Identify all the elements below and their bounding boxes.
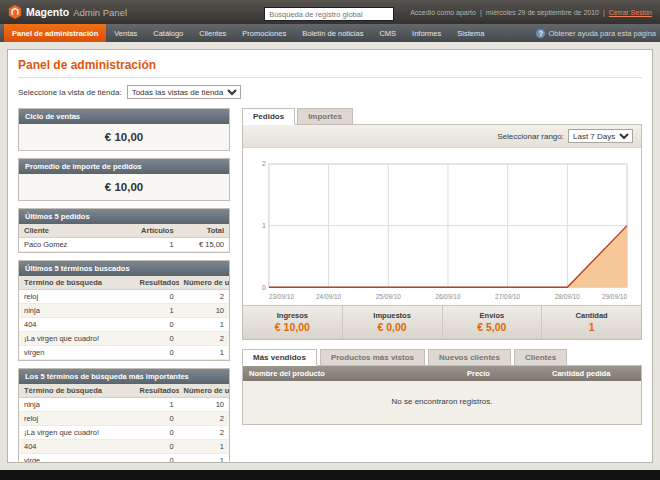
magento-logo: Magento Admin Panel <box>8 5 127 19</box>
y-axis-label: 0 <box>262 284 266 291</box>
tab-new-customers[interactable]: Nuevos clientes <box>428 349 511 366</box>
nav-item-dashboard[interactable]: Panel de administración <box>4 24 106 42</box>
table-header-row: ClienteArtículosTotal <box>19 224 229 238</box>
col-product-name: Nombre del producto <box>243 366 461 381</box>
store-view-label: Seleccione la vista de tienda: <box>18 88 122 97</box>
column-header: Total <box>179 224 229 238</box>
tab-orders[interactable]: Pedidos <box>242 108 295 125</box>
table-cell: 404 <box>19 440 135 454</box>
nav-item-newsletter[interactable]: Boletín de noticias <box>294 24 371 42</box>
table-row[interactable]: 40401 <box>19 440 229 454</box>
nav-item-system[interactable]: Sistema <box>449 24 492 42</box>
page-help-label: Obtener ayuda para esta página <box>548 29 656 38</box>
average-orders-panel: Promedio de importe de pedidos € 10,00 <box>18 158 230 201</box>
table-row[interactable]: ¡La virgen que cuadro!02 <box>19 332 229 346</box>
table-cell: 2 <box>179 412 229 426</box>
tab-customers[interactable]: Clientes <box>514 349 567 366</box>
table-cell: ¡La virgen que cuadro! <box>19 426 135 440</box>
logo-text: Magento <box>26 6 69 18</box>
table-row[interactable]: reloj02 <box>19 290 229 304</box>
magento-admin-page: Magento Admin Panel Accedió como aparto … <box>0 0 660 480</box>
x-axis-label: 25/09/10 <box>376 293 402 300</box>
table-row[interactable]: ninja110 <box>19 304 229 318</box>
table-cell: ninja <box>19 398 135 412</box>
stat-shipping: Envíos € 5,00 <box>442 306 542 339</box>
logout-link[interactable]: Cerrar Sesión <box>609 9 652 16</box>
store-view-row: Seleccione la vista de tienda: Todas las… <box>18 85 642 99</box>
table-cell: 0 <box>135 412 179 426</box>
last-search-terms-panel: Últimos 5 términos buscados Término de b… <box>18 260 230 361</box>
products-tabs: Más vendidos Productos más vistos Nuevos… <box>242 349 642 366</box>
separator: | <box>603 9 605 16</box>
table-cell: 1 <box>179 346 229 360</box>
column-header: Resultados <box>135 276 179 290</box>
nav-item-catalog[interactable]: Catálogo <box>145 24 191 42</box>
content-wrapper: Panel de administración Seleccione la vi… <box>0 42 660 470</box>
separator: | <box>480 9 482 16</box>
range-select[interactable]: Last 7 Days <box>568 129 633 143</box>
table-cell: 0 <box>135 440 179 454</box>
table-cell: ¡La virgen que cuadro! <box>19 332 135 346</box>
table-cell: 1 <box>179 440 229 454</box>
x-axis-label: 23/09/10 <box>269 293 295 300</box>
lifetime-sales-panel: Ciclo de ventas € 10,00 <box>18 108 230 151</box>
nav-item-promotions[interactable]: Promociones <box>234 24 294 42</box>
global-search <box>264 3 394 22</box>
tab-amounts[interactable]: Importes <box>297 108 353 125</box>
stat-quantity: Cantidad 1 <box>541 306 641 339</box>
nav-item-customers[interactable]: Clientes <box>191 24 234 42</box>
table-row[interactable]: virge01 <box>19 454 229 464</box>
tab-most-viewed[interactable]: Productos más vistos <box>320 349 425 366</box>
stat-quantity-label: Cantidad <box>542 311 641 320</box>
main-nav: Panel de administración Ventas Catálogo … <box>0 24 660 42</box>
lifetime-sales-value: € 10,00 <box>19 124 229 150</box>
table-cell: 0 <box>135 346 179 360</box>
table-row[interactable]: ninja110 <box>19 398 229 412</box>
global-search-input[interactable] <box>264 7 394 21</box>
nav-item-reports[interactable]: Informes <box>404 24 449 42</box>
table-cell: 0 <box>135 332 179 346</box>
bottom-bar <box>0 470 660 480</box>
nav-item-sales[interactable]: Ventas <box>106 24 145 42</box>
table-row[interactable]: Paco Gomez1€ 15,00 <box>19 238 229 252</box>
table-cell: 0 <box>135 318 179 332</box>
y-axis-label: 1 <box>262 222 266 229</box>
table-cell: ninja <box>19 304 135 318</box>
content-box: Panel de administración Seleccione la vi… <box>7 49 653 463</box>
table-row[interactable]: reloj02 <box>19 412 229 426</box>
table-row[interactable]: ¡La virgen que cuadro!02 <box>19 426 229 440</box>
table-cell: 0 <box>135 454 179 464</box>
table-cell: 1 <box>179 318 229 332</box>
nav-item-cms[interactable]: CMS <box>371 24 404 42</box>
magento-logo-icon <box>8 5 22 19</box>
table-cell: 10 <box>179 304 229 318</box>
column-header: Cliente <box>19 224 135 238</box>
col-quantity-ordered: Cantidad pedida <box>546 366 641 381</box>
tab-bestsellers[interactable]: Más vendidos <box>242 349 317 366</box>
last-search-terms-title: Últimos 5 términos buscados <box>19 261 229 276</box>
chart-tab-content: Seleccionar rango: Last 7 Days 23/09/102… <box>242 124 642 340</box>
x-axis-label: 29/09/10 <box>602 293 628 300</box>
dashboard-main-column: Pedidos Importes Seleccionar rango: Last… <box>242 108 642 425</box>
table-cell: 2 <box>179 426 229 440</box>
y-axis-label: 2 <box>262 160 266 167</box>
table-header-row: Término de búsquedaResultadosNúmero de u… <box>19 276 229 290</box>
page-help-link[interactable]: ? Obtener ayuda para esta página <box>536 24 656 42</box>
top-search-terms-title: Los 5 términos de búsqueda más important… <box>19 369 229 384</box>
table-row[interactable]: 40401 <box>19 318 229 332</box>
table-cell: 1 <box>135 238 179 252</box>
table-cell: 1 <box>135 398 179 412</box>
totals-bar: Ingresos € 10,00 Impuestos € 0,00 Envíos… <box>243 305 641 339</box>
table-cell: 1 <box>135 304 179 318</box>
table-cell: 2 <box>179 290 229 304</box>
table-row[interactable]: virgen01 <box>19 346 229 360</box>
stat-revenue-label: Ingresos <box>243 311 342 320</box>
table-cell: virge <box>19 454 135 464</box>
top-search-terms-table: Término de búsquedaResultadosNúmero de u… <box>19 384 229 463</box>
x-axis-label: 27/09/10 <box>495 293 521 300</box>
store-view-select[interactable]: Todas las vistas de tienda <box>127 85 241 99</box>
chart-tabs: Pedidos Importes <box>242 108 642 125</box>
table-cell: 2 <box>179 332 229 346</box>
last-orders-panel: Últimos 5 pedidos ClienteArtículosTotalP… <box>18 208 230 253</box>
logged-in-as: Accedió como aparto <box>410 9 476 16</box>
